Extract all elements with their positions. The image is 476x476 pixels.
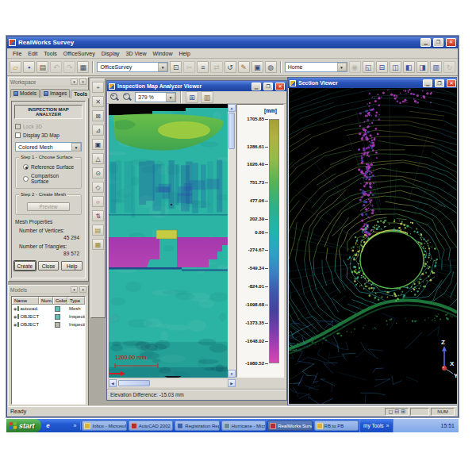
toolbar-icon[interactable]: ◫: [390, 61, 401, 73]
toolbar-icon[interactable]: ✂: [183, 61, 195, 73]
toolbar-icon[interactable]: ↺: [225, 61, 236, 73]
my-tools-toolbar[interactable]: my Tools »: [359, 419, 393, 432]
quick-launch-overflow-icon[interactable]: »: [73, 423, 78, 428]
close-button[interactable]: ✕: [275, 83, 285, 90]
toolbar-icon[interactable]: ◨: [416, 61, 428, 73]
preview-button[interactable]: Preview: [27, 202, 70, 211]
pane-layout-icon[interactable]: ◻: [388, 409, 393, 415]
maximize-button[interactable]: ❐: [263, 83, 273, 90]
toolbar-icon[interactable]: ▦: [77, 61, 89, 73]
taskbar-task-button[interactable]: Inbox - Microsof...: [82, 420, 126, 431]
fit-view-icon[interactable]: ⊞: [186, 91, 198, 103]
officesurvey-combo[interactable]: OfficeSurvey ▼: [97, 62, 168, 72]
tab-images[interactable]: Images: [40, 89, 70, 98]
tray-icon[interactable]: [426, 423, 432, 428]
pointcloud-3d-canvas[interactable]: ZXY: [289, 88, 457, 404]
minimize-button[interactable]: ▁: [420, 38, 431, 47]
column-header[interactable]: Color: [53, 297, 67, 304]
visibility-eye-icon[interactable]: ◉: [13, 322, 17, 327]
models-header[interactable]: Models ▾ ✕: [9, 286, 88, 294]
minimize-button[interactable]: ▁: [423, 79, 432, 87]
table-row[interactable]: ◉autocad... Mesh: [12, 305, 85, 313]
zoom-in-icon[interactable]: +: [109, 92, 120, 102]
toolbar-icon[interactable]: ▥: [430, 61, 442, 73]
column-header[interactable]: Type: [67, 297, 85, 304]
map-settings-icon[interactable]: ▥: [201, 91, 213, 103]
dock-tool-icon[interactable]: ⊠: [92, 110, 104, 121]
section-viewer-titlebar[interactable]: Section Viewer ▁ ❐ ✕: [288, 78, 457, 88]
chevron-down-icon[interactable]: ▼: [71, 143, 81, 152]
scroll-right-icon[interactable]: ▶: [228, 379, 236, 387]
dock-tool-icon[interactable]: ▦: [92, 239, 104, 250]
toolbar-icon[interactable]: ↶: [50, 61, 62, 73]
tray-icon[interactable]: [419, 423, 424, 428]
close-button[interactable]: ✕: [447, 79, 456, 87]
dock-tool-icon[interactable]: ⇅: [92, 210, 104, 221]
close-button-panel[interactable]: Close: [38, 261, 60, 271]
checkbox-icon[interactable]: [15, 132, 21, 138]
panel-pin-icon[interactable]: ▾: [71, 79, 78, 85]
toolbar-icon[interactable]: ⊟: [376, 61, 388, 73]
toolbar-icon[interactable]: ▣: [251, 61, 263, 73]
tray-icon[interactable]: [405, 423, 410, 428]
menu-item[interactable]: Tools: [40, 50, 60, 57]
quick-launch-icon[interactable]: [54, 422, 62, 430]
lock-3d-checkbox[interactable]: Lock 3D: [15, 124, 82, 129]
taskbar-task-button[interactable]: RB to PB: [314, 420, 359, 431]
tab-models[interactable]: Models: [10, 89, 40, 98]
quick-launch-icon[interactable]: e: [44, 422, 52, 430]
app-titlebar[interactable]: RealWorks Survey ▁ ❐ ✕: [7, 36, 458, 48]
tray-icon[interactable]: [433, 423, 439, 428]
create-button[interactable]: Create: [14, 261, 36, 271]
tab-tools[interactable]: Tools: [71, 90, 90, 98]
dock-tool-icon[interactable]: ⊙: [92, 167, 104, 178]
dock-tool-icon[interactable]: ○: [92, 196, 104, 207]
zoom-out-icon[interactable]: −: [122, 92, 132, 102]
panel-close-icon[interactable]: ✕: [79, 79, 86, 85]
toolbar-icon[interactable]: ◉: [349, 61, 361, 73]
menu-item[interactable]: Edit: [25, 50, 40, 57]
panel-pin-icon[interactable]: ▾: [71, 286, 78, 293]
workspace-header[interactable]: Workspace ▾ ✕: [9, 78, 88, 86]
toolbar-icon[interactable]: ◧: [403, 61, 415, 73]
dock-tool-icon[interactable]: △: [92, 153, 104, 164]
elevation-map-canvas[interactable]: 1200.00 mm: [109, 104, 228, 378]
checkbox-icon[interactable]: [15, 124, 21, 129]
taskbar-task-button[interactable]: RealWorks Survey: [267, 420, 312, 431]
map-analyzer-titlebar[interactable]: Inspection Map Analyzer Viewer ▁ ❐ ✕: [107, 81, 286, 91]
toolbar-icon[interactable]: ◍: [265, 61, 277, 73]
taskbar-task-button[interactable]: AutoCAD 2002: [129, 420, 173, 431]
dock-tool-icon[interactable]: ▤: [92, 225, 104, 236]
table-row[interactable]: ◉OBJECT... Inspectio: [12, 321, 85, 328]
dock-tool-icon[interactable]: ⊿: [92, 125, 104, 136]
radio-icon[interactable]: [23, 164, 29, 170]
toolbar-icon[interactable]: ▱: [10, 61, 21, 73]
zoom-level-combo[interactable]: 379 % ▼: [135, 92, 176, 102]
minimize-button[interactable]: ▁: [251, 83, 261, 90]
toolbar-icon[interactable]: ↻: [443, 61, 455, 73]
chevron-down-icon[interactable]: ▼: [337, 63, 347, 71]
scroll-down-icon[interactable]: ▼: [228, 370, 236, 378]
toolbar-icon[interactable]: ↷: [63, 61, 75, 73]
colored-mesh-select[interactable]: Colored Mesh ▼: [15, 142, 82, 152]
visibility-eye-icon[interactable]: ◉: [13, 314, 17, 319]
toolbar-icon[interactable]: ⊡: [170, 61, 182, 73]
taskbar-task-button[interactable]: Registration Rep...: [175, 420, 219, 431]
menu-item[interactable]: Window: [150, 50, 176, 57]
taskbar-task-button[interactable]: Hurricane - Micro...: [221, 420, 266, 431]
toolbar-icon[interactable]: ◱: [363, 61, 374, 73]
map-vertical-scrollbar[interactable]: ▲ ▼: [228, 104, 236, 378]
column-header[interactable]: Num...: [39, 297, 53, 304]
toolbar-icon[interactable]: ⇄: [210, 61, 222, 73]
scrollbar-thumb[interactable]: [118, 380, 150, 386]
dock-tool-icon[interactable]: ◇: [92, 182, 104, 193]
quick-launch-icon[interactable]: [63, 422, 71, 430]
menu-item[interactable]: 3D View: [123, 50, 150, 57]
radio-icon[interactable]: [23, 176, 29, 182]
help-button[interactable]: Help: [61, 261, 83, 271]
toolbar-icon[interactable]: ✎: [238, 61, 250, 73]
toolbar-icon[interactable]: ▤: [36, 61, 48, 73]
dock-tool-icon[interactable]: ✕: [92, 96, 104, 107]
toolbar-icon[interactable]: ≡: [197, 61, 209, 73]
toolbar-icon[interactable]: ▪: [23, 61, 35, 73]
